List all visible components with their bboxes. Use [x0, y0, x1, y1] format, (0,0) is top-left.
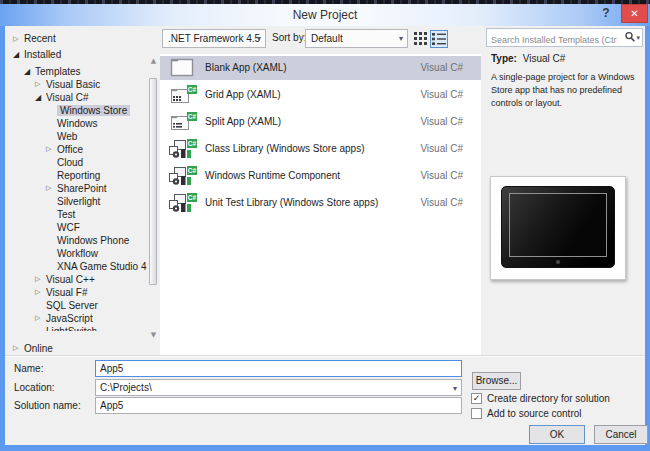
collapsed-arrow-icon[interactable]: ▷	[13, 31, 24, 47]
sort-dropdown-value: Default	[311, 33, 343, 44]
tree-item-visual-f[interactable]: ▷Visual F#	[5, 286, 147, 299]
tree-item-cloud[interactable]: Cloud	[5, 156, 147, 169]
template-name: Class Library (Windows Store apps)	[205, 143, 365, 154]
tree-item-installed[interactable]: ◢Installed	[5, 47, 147, 63]
tree-item-label: Test	[57, 209, 75, 220]
search-icons[interactable]: ▾	[624, 31, 640, 45]
tree-item-visual-c[interactable]: ◢Visual C#	[5, 91, 147, 104]
runtime-component-icon: C#	[167, 165, 197, 188]
help-button[interactable]: ?	[598, 6, 614, 23]
unit-test-icon: C#	[167, 192, 197, 215]
collapsed-arrow-icon[interactable]: ▷	[35, 286, 46, 299]
create-directory-checkbox-row[interactable]: ✓Create directory for solution	[471, 392, 610, 405]
template-name: Blank App (XAML)	[205, 62, 287, 73]
scroll-down-icon[interactable]: ▼	[148, 330, 159, 340]
template-description: A single-page project for a Windows Stor…	[491, 71, 647, 110]
tablet-home-button	[556, 260, 560, 264]
tree-item-test[interactable]: Test	[5, 208, 147, 221]
tree-item-silverlight[interactable]: Silverlight	[5, 195, 147, 208]
create-directory-label: Create directory for solution	[487, 393, 610, 404]
collapsed-arrow-icon[interactable]: ▷	[46, 182, 57, 195]
list-view-button[interactable]	[430, 30, 448, 48]
close-button[interactable]: ✕	[621, 4, 648, 23]
tree-item-sql-server[interactable]: SQL Server	[5, 299, 147, 312]
name-label: Name:	[14, 363, 43, 374]
template-row-unit-test-library-windows-store-apps[interactable]: C#Unit Test Library (Windows Store apps)…	[160, 191, 481, 215]
template-language: Visual C#	[420, 170, 463, 181]
small-icons-view-button[interactable]	[412, 31, 428, 47]
template-language: Visual C#	[420, 143, 463, 154]
tree-item-label: XNA Game Studio 4.0	[57, 261, 147, 272]
tree-item-windows-phone[interactable]: Windows Phone	[5, 234, 147, 247]
template-name: Split App (XAML)	[205, 116, 281, 127]
collapsed-arrow-icon[interactable]: ▷	[35, 273, 46, 286]
tree-item-label: Reporting	[57, 170, 100, 181]
form-separator	[5, 355, 645, 357]
scrollbar-thumb[interactable]	[149, 78, 157, 285]
template-row-class-library-windows-store-apps[interactable]: C#Class Library (Windows Store apps)Visu…	[160, 137, 481, 161]
collapsed-arrow-icon[interactable]: ▷	[35, 78, 46, 91]
template-row-grid-app-xaml[interactable]: C#Grid App (XAML)Visual C#	[160, 83, 481, 107]
sort-dropdown[interactable]: Default ▾	[305, 29, 408, 48]
expanded-arrow-icon[interactable]: ◢	[24, 65, 35, 78]
tree-item-windows-store[interactable]: Windows Store	[5, 104, 147, 117]
framework-dropdown[interactable]: .NET Framework 4.5 ▾	[162, 29, 266, 48]
source-control-checkbox-row[interactable]: Add to source control	[471, 407, 582, 420]
search-input[interactable]	[487, 29, 617, 48]
tree-item-recent[interactable]: ▷Recent	[5, 31, 147, 47]
search-icon	[624, 31, 636, 43]
expanded-arrow-icon[interactable]: ◢	[13, 47, 24, 63]
tree-item-javascript[interactable]: ▷JavaScript	[5, 312, 147, 325]
new-project-dialog: New Project ? ✕ ▷Recent◢Installed ◢Templ…	[0, 4, 650, 451]
chevron-down-icon: ▾	[399, 30, 403, 47]
create-directory-checkbox[interactable]: ✓	[471, 393, 482, 404]
search-box[interactable]: ▾	[486, 28, 643, 47]
expanded-arrow-icon[interactable]: ◢	[35, 91, 46, 104]
tree-item-xna-game-studio-4-0[interactable]: XNA Game Studio 4.0	[5, 260, 147, 273]
tree-item-visual-basic[interactable]: ▷Visual Basic	[5, 78, 147, 91]
tree-item-label: Online	[24, 343, 53, 354]
tree-item-label: Cloud	[57, 157, 83, 168]
type-label: Type:	[491, 53, 517, 64]
tree-item-label: Windows Phone	[57, 235, 129, 246]
tree-item-label: SharePoint	[57, 183, 106, 194]
tree-item-visual-c[interactable]: ▷Visual C++	[5, 273, 147, 286]
template-row-windows-runtime-component[interactable]: C#Windows Runtime ComponentVisual C#	[160, 164, 481, 188]
tree-scrollbar[interactable]: ▲ ▼	[148, 56, 159, 340]
tree-item-label: Windows Store	[57, 105, 130, 116]
template-list: Blank App (XAML)Visual C#C#Grid App (XAM…	[160, 54, 481, 356]
tree-item-office[interactable]: ▷Office	[5, 143, 147, 156]
solution-name-input[interactable]	[95, 397, 462, 414]
cancel-button[interactable]: Cancel	[594, 425, 648, 444]
location-combobox[interactable]: C:\Projects\ ▾	[95, 379, 462, 396]
ok-button[interactable]: OK	[529, 425, 585, 444]
template-type-line: Type: Visual C#	[491, 53, 565, 64]
source-control-checkbox[interactable]	[471, 408, 482, 419]
collapsed-arrow-icon[interactable]: ▷	[35, 312, 46, 325]
collapsed-arrow-icon[interactable]: ▷	[46, 143, 57, 156]
dialog-titlebar[interactable]: New Project ? ✕	[0, 4, 650, 26]
name-input[interactable]	[95, 360, 462, 377]
tree-item-lightswitch[interactable]: LightSwitch	[5, 325, 147, 331]
tree-item-templates[interactable]: ◢Templates	[5, 65, 147, 78]
browse-button[interactable]: Browse...	[472, 372, 521, 390]
chevron-down-icon: ▾	[453, 382, 457, 395]
collapsed-arrow-icon[interactable]: ▷	[13, 342, 24, 355]
tree-item-sharepoint[interactable]: ▷SharePoint	[5, 182, 147, 195]
tree-item-label: LightSwitch	[46, 326, 97, 331]
tree-item-label: Silverlight	[57, 196, 100, 207]
template-name: Unit Test Library (Windows Store apps)	[205, 197, 378, 208]
tree-item-online[interactable]: ▷Online	[5, 342, 147, 355]
tree-item-reporting[interactable]: Reporting	[5, 169, 147, 182]
template-row-blank-app-xaml[interactable]: Blank App (XAML)Visual C#	[160, 56, 481, 80]
tree-item-label: Web	[57, 131, 77, 142]
tree-item-workflow[interactable]: Workflow	[5, 247, 147, 260]
scroll-up-icon[interactable]: ▲	[148, 56, 159, 66]
svg-text:C#: C#	[188, 86, 197, 93]
tree-item-label: Recent	[24, 33, 56, 44]
type-value: Visual C#	[523, 53, 566, 64]
tree-item-web[interactable]: Web	[5, 130, 147, 143]
tree-item-windows[interactable]: Windows	[5, 117, 147, 130]
template-row-split-app-xaml[interactable]: C#Split App (XAML)Visual C#	[160, 110, 481, 134]
tree-item-wcf[interactable]: WCF	[5, 221, 147, 234]
